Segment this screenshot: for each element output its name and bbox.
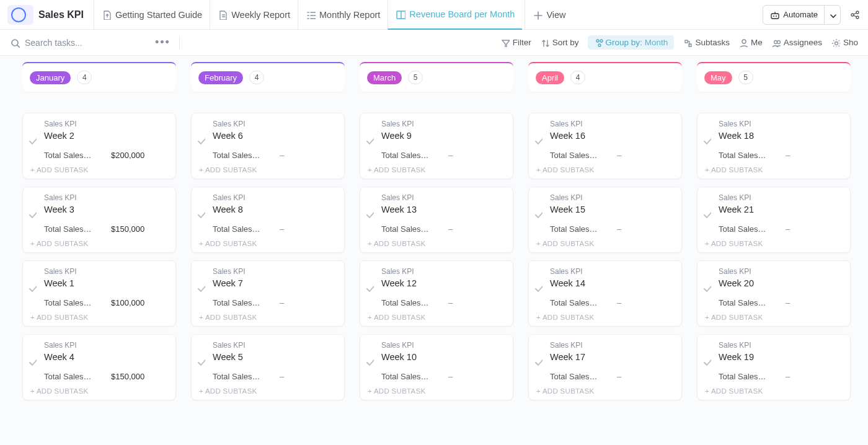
- check-icon[interactable]: [197, 357, 205, 366]
- check-icon[interactable]: [702, 357, 711, 366]
- chevron-down-icon: [828, 11, 836, 19]
- add-subtask-button[interactable]: ADD SUBTASK: [705, 166, 843, 174]
- add-subtask-button[interactable]: ADD SUBTASK: [30, 240, 168, 247]
- add-subtask-button[interactable]: ADD SUBTASK: [536, 314, 674, 321]
- project-label: Sales KPI: [550, 120, 674, 128]
- tab-getting-started-guide[interactable]: Getting Started Guide: [94, 0, 210, 30]
- task-card[interactable]: Sales KPI Week 3 Total Sales … $150,000 …: [22, 187, 176, 253]
- task-card[interactable]: Sales KPI Week 14 Total Sales … – ADD SU…: [528, 260, 682, 327]
- task-card[interactable]: Sales KPI Week 13 Total Sales … – ADD SU…: [360, 187, 513, 253]
- add-view-button[interactable]: View: [525, 0, 573, 30]
- check-icon[interactable]: [28, 136, 37, 144]
- column-count: 4: [249, 71, 264, 84]
- more-options[interactable]: •••: [155, 36, 170, 49]
- task-title: Week 4: [44, 352, 168, 362]
- automate-button[interactable]: Automate: [763, 5, 825, 25]
- add-subtask-button[interactable]: ADD SUBTASK: [199, 240, 337, 247]
- project-label: Sales KPI: [719, 267, 843, 276]
- task-card[interactable]: Sales KPI Week 21 Total Sales … – ADD SU…: [697, 187, 851, 253]
- task-card[interactable]: Sales KPI Week 5 Total Sales … – ADD SUB…: [191, 334, 345, 400]
- add-subtask-button[interactable]: ADD SUBTASK: [368, 166, 505, 174]
- check-icon[interactable]: [28, 283, 37, 292]
- show-button[interactable]: Sho: [831, 38, 858, 47]
- field-value: $150,000: [111, 224, 144, 234]
- project-label: Sales KPI: [550, 341, 674, 350]
- tab-revenue-board-per-month[interactable]: Revenue Board per Month: [388, 0, 522, 30]
- add-subtask-button[interactable]: ADD SUBTASK: [199, 314, 337, 321]
- task-title: Week 8: [213, 205, 337, 214]
- subtasks-button[interactable]: Subtasks: [683, 38, 730, 47]
- check-icon[interactable]: [702, 136, 711, 144]
- list-title[interactable]: Sales KPI: [38, 9, 84, 20]
- add-subtask-button[interactable]: ADD SUBTASK: [705, 387, 843, 395]
- add-subtask-button[interactable]: ADD SUBTASK: [536, 240, 674, 247]
- add-subtask-button[interactable]: ADD SUBTASK: [536, 387, 674, 395]
- filter-button[interactable]: Filter: [500, 38, 531, 47]
- field-value: –: [280, 224, 284, 234]
- group-by-chip[interactable]: Group by: Month: [588, 35, 675, 50]
- column-header[interactable]: February4: [191, 62, 345, 92]
- task-card[interactable]: Sales KPI Week 18 Total Sales … – ADD SU…: [697, 113, 851, 179]
- me-button[interactable]: Me: [738, 38, 763, 47]
- task-card[interactable]: Sales KPI Week 2 Total Sales … $200,000 …: [22, 113, 176, 179]
- task-card[interactable]: Sales KPI Week 12 Total Sales … – ADD SU…: [360, 260, 513, 327]
- project-label: Sales KPI: [213, 341, 337, 350]
- check-icon[interactable]: [197, 283, 205, 292]
- assignees-button[interactable]: Assignees: [771, 38, 822, 47]
- task-card[interactable]: Sales KPI Week 16 Total Sales … – ADD SU…: [528, 113, 682, 179]
- check-icon[interactable]: [534, 136, 542, 144]
- list-icon-badge[interactable]: [7, 5, 33, 25]
- check-icon[interactable]: [365, 209, 374, 218]
- tab-monthly-report[interactable]: Monthly Report: [298, 0, 388, 30]
- search-input[interactable]: [25, 38, 118, 48]
- add-subtask-button[interactable]: ADD SUBTASK: [30, 166, 168, 174]
- sort-button[interactable]: Sort by: [540, 38, 579, 47]
- add-subtask-button[interactable]: ADD SUBTASK: [705, 314, 843, 321]
- add-subtask-button[interactable]: ADD SUBTASK: [368, 240, 505, 247]
- add-subtask-button[interactable]: ADD SUBTASK: [705, 240, 843, 247]
- check-icon[interactable]: [197, 136, 205, 144]
- task-card[interactable]: Sales KPI Week 20 Total Sales … – ADD SU…: [697, 260, 851, 327]
- column-header[interactable]: April4: [528, 62, 682, 92]
- check-icon[interactable]: [702, 283, 711, 292]
- field-label: Total Sales …: [213, 372, 261, 381]
- column-header[interactable]: May5: [697, 62, 851, 92]
- check-icon[interactable]: [702, 209, 711, 218]
- add-subtask-button[interactable]: ADD SUBTASK: [536, 166, 674, 174]
- search-wrap[interactable]: [10, 38, 146, 48]
- check-icon[interactable]: [28, 209, 37, 218]
- task-card[interactable]: Sales KPI Week 10 Total Sales … – ADD SU…: [360, 334, 513, 400]
- add-subtask-button[interactable]: ADD SUBTASK: [368, 387, 505, 395]
- add-subtask-button[interactable]: ADD SUBTASK: [199, 387, 337, 395]
- tab-weekly-report[interactable]: Weekly Report: [210, 0, 298, 30]
- add-subtask-button[interactable]: ADD SUBTASK: [368, 314, 505, 321]
- add-subtask-button[interactable]: ADD SUBTASK: [199, 166, 337, 174]
- check-icon[interactable]: [534, 283, 542, 292]
- check-icon[interactable]: [365, 357, 374, 366]
- check-icon[interactable]: [534, 357, 542, 366]
- check-icon[interactable]: [197, 209, 205, 218]
- task-title: Week 14: [550, 278, 674, 288]
- check-icon[interactable]: [28, 357, 37, 366]
- task-card[interactable]: Sales KPI Week 15 Total Sales … – ADD SU…: [528, 187, 682, 253]
- filter-label: Filter: [513, 38, 531, 47]
- add-subtask-button[interactable]: ADD SUBTASK: [30, 387, 168, 395]
- field-label: Total Sales …: [550, 372, 598, 381]
- share-button[interactable]: [849, 9, 861, 20]
- task-card[interactable]: Sales KPI Week 1 Total Sales … $100,000 …: [22, 260, 176, 327]
- task-card[interactable]: Sales KPI Week 7 Total Sales … – ADD SUB…: [191, 260, 345, 327]
- check-icon[interactable]: [365, 283, 374, 292]
- task-card[interactable]: Sales KPI Week 19 Total Sales … – ADD SU…: [697, 334, 851, 400]
- task-card[interactable]: Sales KPI Week 4 Total Sales … $150,000 …: [22, 334, 176, 400]
- automate-dropdown[interactable]: [823, 5, 841, 25]
- task-card[interactable]: Sales KPI Week 6 Total Sales … – ADD SUB…: [191, 113, 345, 179]
- task-card[interactable]: Sales KPI Week 9 Total Sales … – ADD SUB…: [360, 113, 513, 179]
- column-header[interactable]: January4: [22, 62, 176, 92]
- task-card[interactable]: Sales KPI Week 17 Total Sales … – ADD SU…: [528, 334, 682, 400]
- check-icon[interactable]: [365, 136, 374, 144]
- check-icon[interactable]: [534, 209, 542, 218]
- task-card[interactable]: Sales KPI Week 8 Total Sales … – ADD SUB…: [191, 187, 345, 253]
- column-header[interactable]: March5: [360, 62, 513, 92]
- add-subtask-button[interactable]: ADD SUBTASK: [30, 314, 168, 321]
- sort-label: Sort by: [552, 38, 579, 47]
